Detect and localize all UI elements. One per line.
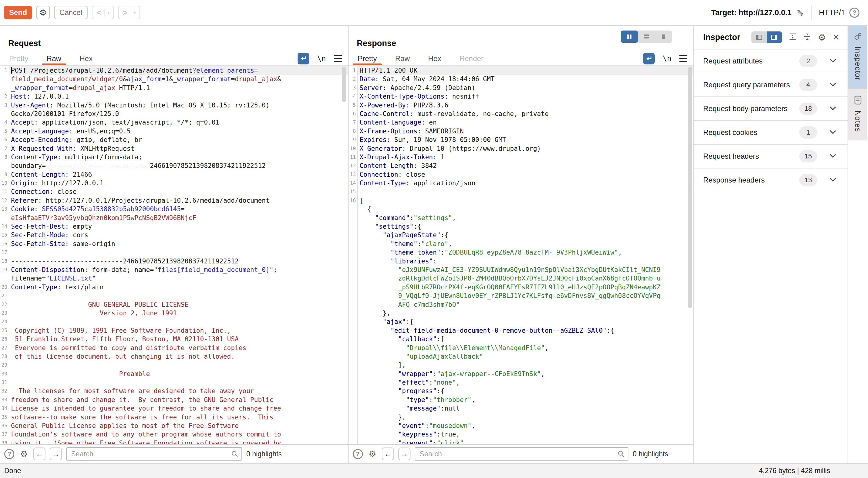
search-icon — [617, 450, 625, 457]
code-line: AFQ_c7md3shm7bQ" — [348, 300, 693, 309]
inspector-section-request-body-parameters[interactable]: Request body parameters18 — [694, 97, 847, 121]
inspector-section-request-attributes[interactable]: Request attributes2 — [694, 50, 847, 73]
request-editor[interactable]: 1POST /Projects/drupal-10.2.6/media/add/… — [0, 65, 348, 444]
dropdown-caret-icon[interactable]: ▾ — [105, 10, 112, 15]
history-forward-button[interactable]: > ▾ — [118, 6, 140, 19]
code-line: 25 Copyright (C) 1989, 1991 Free Softwar… — [0, 326, 348, 335]
search-prev-button[interactable]: ← — [33, 447, 45, 460]
search-settings-icon[interactable]: ⚙ — [19, 447, 29, 460]
response-search-input[interactable] — [415, 447, 628, 460]
code-line: "progress":{ — [348, 387, 693, 395]
expand-all-icon[interactable] — [789, 33, 797, 42]
search-help-icon[interactable]: ? — [4, 449, 14, 459]
request-search-input[interactable] — [66, 447, 242, 460]
layout-columns-button[interactable] — [621, 31, 638, 43]
gear-icon: ⚙ — [39, 8, 47, 18]
search-prev-button[interactable]: ← — [382, 447, 394, 460]
code-line: 14Sec-Fetch-Dest: empty — [0, 222, 348, 231]
dock-left-button[interactable] — [751, 31, 767, 43]
code-line: 11Connection: close — [0, 187, 348, 196]
code-line: "command":"settings", — [348, 214, 693, 222]
layout-rows-button[interactable] — [638, 31, 655, 43]
inspector-settings-icon[interactable]: ⚙ — [818, 32, 826, 43]
code-line: "ajaxPageState":{ — [348, 231, 693, 239]
layout-single-button[interactable] — [655, 31, 672, 43]
inspector-section-request-headers[interactable]: Request headers15 — [694, 145, 847, 169]
burp-repeater-window: Send ⚙ Cancel < ▾ > ▾ Target: http://127… — [0, 0, 868, 478]
code-line: 33freedom to share and change it. By con… — [0, 396, 348, 404]
inspector-section-request-query-parameters[interactable]: Request query parameters4 — [694, 73, 847, 97]
tab-pretty[interactable]: Pretty — [348, 52, 386, 65]
request-title: Request — [8, 39, 41, 48]
code-line: "event":"mousedown", — [348, 421, 693, 430]
code-line: "libraries": — [348, 257, 693, 266]
code-line: 30 Preamble — [0, 370, 348, 378]
collapse-all-icon[interactable] — [803, 33, 811, 42]
show-newlines-toggle[interactable]: \n — [662, 54, 672, 63]
wrap-icon — [300, 55, 307, 62]
side-tab-inspector[interactable]: Inspector — [848, 26, 867, 89]
code-line: eIsHfaaETVr3av95yvbqQhzn0kom1P5wPcNSqB2V… — [0, 214, 348, 222]
dock-right-button[interactable] — [767, 31, 782, 43]
search-icon — [231, 450, 238, 457]
tab-render[interactable]: Render — [450, 52, 493, 65]
side-tab-strip: Inspector Notes — [847, 26, 867, 463]
editor-menu-icon[interactable] — [679, 55, 687, 62]
history-back-button[interactable]: < ▾ — [92, 6, 114, 19]
tab-pretty[interactable]: Pretty — [0, 52, 37, 65]
toolbar: Send ⚙ Cancel < ▾ > ▾ Target: http://127… — [0, 0, 868, 26]
search-next-button[interactable]: → — [50, 447, 62, 460]
request-panel: Request PrettyRawHex \n 1POST /P — [0, 26, 348, 463]
code-line: "edit-field-media-document-0-remove-butt… — [348, 326, 693, 335]
search-next-button[interactable]: → — [398, 447, 410, 460]
code-line: 16[ — [348, 196, 693, 205]
wrap-icon — [646, 55, 652, 62]
code-line: 18-----------------------------246619078… — [0, 257, 348, 266]
code-line: { — [348, 205, 693, 213]
code-line: 7X-Requested-With: XMLHttpRequest — [0, 144, 348, 153]
inspector-section-response-headers[interactable]: Response headers13 — [694, 169, 847, 192]
code-line: 3User-Agent: Mozilla/5.0 (Macintosh; Int… — [0, 101, 348, 110]
word-wrap-toggle[interactable] — [298, 53, 309, 64]
code-line: 10X-Generator: Drupal 10 (https://www.dr… — [348, 144, 693, 153]
side-tab-notes[interactable]: Notes — [848, 89, 867, 141]
tab-hex[interactable]: Hex — [70, 52, 102, 65]
code-line: 17 — [0, 248, 348, 257]
http-version-label[interactable]: HTTP/1 — [819, 8, 845, 17]
code-line: _pS9HLbR7ROcrPX4f-eqKGrOQ00FAFYFsR7IFZL9… — [348, 283, 693, 292]
tab-raw[interactable]: Raw — [37, 52, 70, 65]
code-line: boundary=---------------------------2466… — [0, 161, 348, 170]
code-line: 9Expires: Sun, 19 Nov 1978 05:00:00 GMT — [348, 136, 693, 144]
editor-menu-icon[interactable] — [334, 55, 342, 62]
inspector-section-request-cookies[interactable]: Request cookies1 — [694, 121, 847, 145]
response-scrollbar[interactable] — [688, 67, 692, 308]
code-line: 16Sec-Fetch-Site: same-origin — [0, 240, 348, 248]
code-line: 22 GNU GENERAL PUBLIC LICENSE — [0, 300, 348, 309]
code-line: 1POST /Projects/drupal-10.2.6/media/add/… — [0, 66, 348, 75]
show-newlines-toggle[interactable]: \n — [317, 54, 326, 63]
help-icon[interactable]: ? — [849, 8, 860, 18]
section-label: Request cookies — [703, 128, 757, 137]
code-line: "prevent":"click", — [348, 439, 693, 444]
word-wrap-toggle[interactable] — [643, 53, 655, 64]
code-line: "keypress":true, — [348, 430, 693, 439]
code-line: "ajax":{ — [348, 318, 693, 326]
inspector-close-icon[interactable]: × — [833, 32, 839, 43]
search-settings-icon[interactable]: ⚙ — [367, 447, 377, 460]
tab-raw[interactable]: Raw — [386, 52, 419, 65]
response-editor[interactable]: 1HTTP/1.1 200 OK2Date: Sat, 04 May 2024 … — [348, 65, 693, 444]
search-help-icon[interactable]: ? — [353, 449, 363, 459]
code-line: 2Host: 127.0.0.1 — [0, 92, 348, 101]
dropdown-caret-icon[interactable]: ▾ — [131, 10, 138, 15]
send-settings-button[interactable]: ⚙ — [36, 6, 50, 19]
code-line: 35software--to make sure the software is… — [0, 413, 348, 421]
code-line: 19Content-Disposition: form-data; name="… — [0, 266, 348, 274]
panel-left-icon — [755, 34, 763, 40]
tab-hex[interactable]: Hex — [419, 52, 451, 65]
send-button[interactable]: Send — [4, 6, 32, 19]
cancel-button[interactable]: Cancel — [54, 6, 88, 19]
notes-icon — [854, 95, 863, 105]
code-line: 14Content-Type: application/json — [348, 179, 693, 187]
edit-target-icon[interactable]: ✎ — [795, 8, 805, 16]
request-scrollbar[interactable] — [342, 67, 346, 102]
